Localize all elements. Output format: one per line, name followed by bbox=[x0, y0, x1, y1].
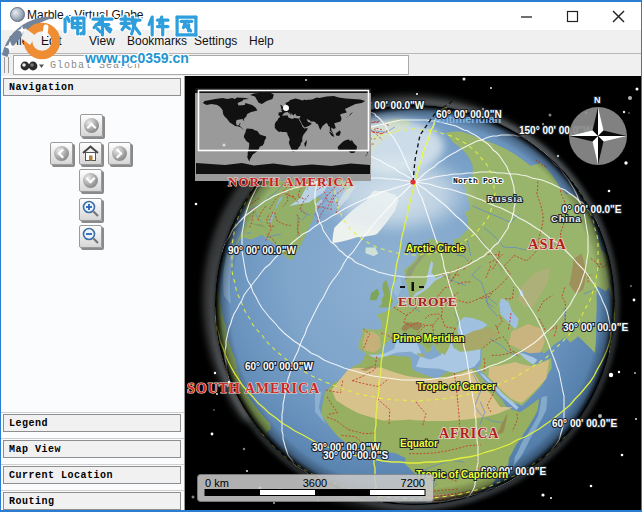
svg-text:ASIA: ASIA bbox=[528, 236, 567, 252]
svg-text:SOUTH AMERICA: SOUTH AMERICA bbox=[187, 381, 320, 396]
svg-text:AFRICA: AFRICA bbox=[439, 426, 499, 441]
svg-text:3600: 3600 bbox=[303, 477, 327, 489]
svg-text:0 km: 0 km bbox=[205, 477, 229, 489]
svg-text:N: N bbox=[594, 95, 601, 105]
svg-text:Equator: Equator bbox=[400, 438, 438, 449]
svg-text:30° 00' 00.0"E: 30° 00' 00.0"E bbox=[563, 322, 628, 333]
svg-text:North Pole: North Pole bbox=[453, 176, 503, 185]
svg-text:0° 00' 00.0"W: 0° 00' 00.0"W bbox=[362, 100, 425, 111]
svg-text:Tropic of Cancer: Tropic of Cancer bbox=[417, 381, 496, 392]
svg-text:60° 00' 00.0"E: 60° 00' 00.0"E bbox=[552, 418, 617, 429]
svg-text:Arctic Circle: Arctic Circle bbox=[406, 243, 465, 254]
svg-text:90° 00' 00.0"W: 90° 00' 00.0"W bbox=[228, 245, 296, 256]
svg-text:60° 00' 00.0"W: 60° 00' 00.0"W bbox=[245, 361, 313, 372]
svg-text:60° 00' 00.0"N: 60° 00' 00.0"N bbox=[436, 109, 502, 120]
svg-text:Russia: Russia bbox=[487, 193, 523, 204]
svg-text:EUROPE: EUROPE bbox=[398, 294, 457, 309]
svg-text:NORTH AMERICA: NORTH AMERICA bbox=[228, 174, 354, 189]
svg-text:China: China bbox=[551, 213, 581, 224]
svg-text:7200: 7200 bbox=[401, 477, 425, 489]
svg-text:Prime Meridian: Prime Meridian bbox=[393, 333, 465, 344]
svg-text:30° 00' 00.0"S: 30° 00' 00.0"S bbox=[323, 450, 388, 461]
